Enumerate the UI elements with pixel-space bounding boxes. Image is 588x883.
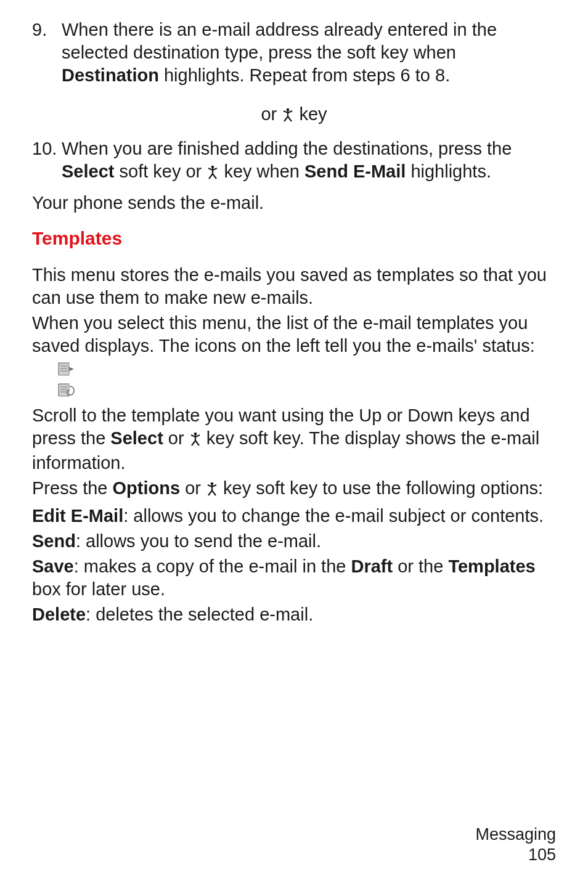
svg-point-30 [211,482,214,486]
text: or [261,104,282,124]
list-body: When you are finished adding the destina… [62,137,556,185]
text: : deletes the selected e-mail. [86,604,313,624]
svg-line-35 [212,490,216,495]
bold-send-email: Send E-Mail [304,161,406,181]
document-send-icon [57,360,75,380]
text: or [163,428,189,448]
text: soft key when [347,43,456,62]
footer-section: Messaging [475,824,556,845]
text: : allows you to change the e-mail subjec… [123,506,544,526]
list-item-10: 10. When you are finished adding the des… [32,137,556,185]
footer-page-number: 105 [475,845,556,866]
list-number: 9. [32,18,62,87]
bold-send: Send [32,531,76,551]
document-attachment-icon [57,381,75,401]
bold-save: Save [32,556,74,576]
status-icons [57,360,556,402]
svg-line-28 [192,441,195,446]
svg-point-6 [211,166,214,169]
center-key-icon [282,106,294,126]
bold-select: Select [110,428,163,448]
text: box for later use. [32,579,165,599]
option-save: Save: makes a copy of the e-mail in the … [32,555,556,601]
text: or [180,478,206,498]
text: : allows you to send the e-mail. [76,531,321,551]
text: Press the [32,478,113,498]
svg-point-24 [194,433,197,436]
paragraph-templates-intro-b: When you select this menu, the list of t… [32,312,556,357]
bold-select: Select [62,161,114,181]
paragraph-templates-intro-a: This menu stores the e-mails you saved a… [32,264,556,309]
text: When you are finished adding the destina… [62,139,512,158]
option-delete: Delete: deletes the selected e-mail. [32,603,556,626]
text: soft key or [114,161,206,181]
paragraph-press: Press the Options or key soft key to use… [32,477,556,502]
text: highlights. Repeat from steps 6 to 8. [159,65,450,85]
paragraph-phone-sends: Your phone sends the e-mail. [32,192,556,214]
center-or-key: or key [32,104,556,126]
heading-templates: Templates [32,228,556,249]
svg-line-10 [209,174,213,179]
paragraph-scroll: Scroll to the template you want using th… [32,404,556,474]
svg-line-34 [208,490,212,495]
svg-rect-12 [59,363,69,375]
center-key-icon [189,429,202,452]
svg-line-4 [284,116,288,121]
list-number: 10. [32,137,62,185]
option-edit-email: Edit E-Mail: allows you to change the e-… [32,505,556,527]
text: key [294,104,327,124]
svg-point-0 [287,108,290,112]
center-key-icon [206,162,219,185]
text: key when [219,161,304,181]
list-body: When there is an e-mail address already … [62,18,556,87]
svg-line-11 [213,174,216,179]
text: highlights. [406,161,491,181]
page-footer: Messaging 105 [475,824,556,866]
bold-delete: Delete [32,604,86,624]
bold-draft: Draft [351,556,393,576]
text: or the [393,556,448,576]
svg-line-5 [288,116,292,121]
option-send: Send: allows you to send the e-mail. [32,530,556,553]
text: : makes a copy of the e-mail in the [74,556,351,576]
bold-destination: Destination [62,65,159,85]
list-item-9: 9. When there is an e-mail address alrea… [32,18,556,87]
bold-templates: Templates [448,556,535,576]
center-key-icon [206,479,218,502]
bold-edit-email: Edit E-Mail [32,506,123,526]
text: key soft key to use the following option… [218,478,543,498]
svg-line-29 [195,441,199,446]
bold-options: Options [113,478,181,498]
